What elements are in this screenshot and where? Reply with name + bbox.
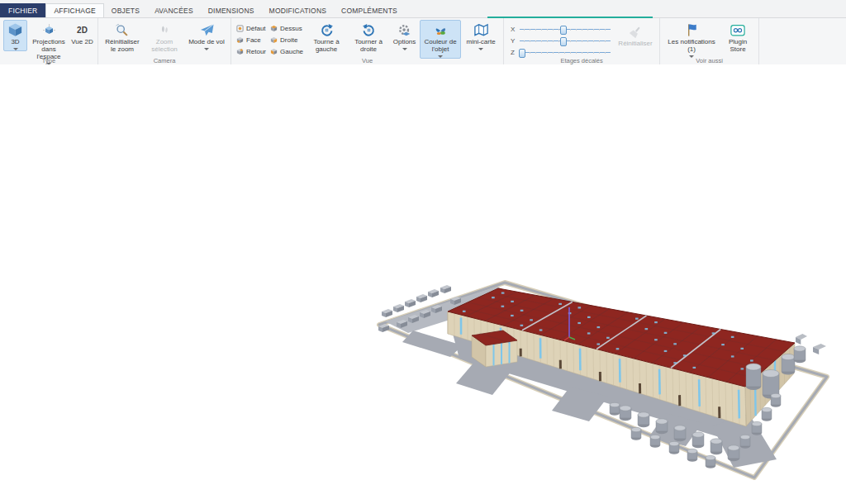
view-top-icon (270, 25, 278, 32)
gear-icon (397, 22, 412, 38)
group-label-camera: Camera (98, 57, 231, 64)
group-etages-decales: X Y Z (504, 18, 660, 64)
button-zoom-selection-label: Zoom sélection (145, 39, 184, 54)
magnifier-icon (115, 22, 130, 38)
warehouse-3d-model[interactable] (0, 64, 846, 504)
button-options-label: Options (393, 39, 416, 46)
button-reset-zoom[interactable]: Réinitialiser le zoom (102, 20, 143, 55)
slider-z-thumb[interactable] (519, 49, 525, 58)
button-view-front[interactable]: Face (235, 34, 268, 45)
object-color-icon (433, 22, 449, 38)
tab-modifications[interactable]: MODIFICATIONS (262, 3, 335, 17)
button-vue-2d-label: Vue 2D (71, 39, 93, 46)
slider-y-label: Y (511, 37, 516, 45)
dropdown-caret-icon (204, 48, 209, 50)
group-camera: Réinitialiser le zoom Zoom sélection Mod… (98, 18, 231, 64)
plugin-store-icon (730, 22, 746, 38)
button-rotate-right-label: Tourner à droite (349, 39, 388, 54)
button-view-top[interactable]: Dessus (269, 22, 305, 34)
button-view-right[interactable]: Droite (269, 34, 305, 45)
tab-complements[interactable]: COMPLÉMENTS (334, 3, 405, 17)
view-right-icon (270, 36, 278, 44)
tab-fichier[interactable]: FICHIER (0, 3, 45, 17)
model-viewport[interactable] (0, 64, 846, 504)
dropdown-caret-icon (402, 48, 407, 50)
tab-objets[interactable]: OBJETS (104, 3, 147, 17)
floor-offset-sliders: X Y Z (511, 20, 611, 57)
ribbon-tabs: FICHIER AFFICHAGE OBJETS AVANCÉES DIMENS… (0, 3, 405, 17)
map-icon (473, 22, 489, 38)
group-label-type: Type (0, 57, 97, 64)
button-minimap-label: mini-carte (466, 39, 495, 46)
ribbon-empty-area (759, 18, 846, 64)
button-reset-floors-label: Réinitialiser (618, 40, 652, 48)
button-view-back[interactable]: Retour (235, 45, 268, 57)
group-label-vue: Vue (231, 57, 503, 64)
button-view-left[interactable]: Gauche (269, 45, 305, 57)
slider-y[interactable] (520, 36, 611, 45)
button-reset-zoom-label: Réinitialiser le zoom (102, 39, 142, 54)
zoom-selection-icon (158, 22, 171, 38)
button-flight-mode[interactable]: Mode de vol (186, 20, 227, 51)
group-vue: Défaut Face Retour Dessus Droite Ga (231, 18, 504, 64)
slider-x[interactable] (520, 25, 611, 33)
dropdown-caret-icon (13, 48, 18, 50)
projection-cube-icon (43, 22, 55, 38)
group-label-etages: Etages décalés (504, 57, 659, 64)
button-reset-floors[interactable]: Réinitialiser (615, 21, 656, 49)
button-zoom-selection[interactable]: Zoom sélection (144, 20, 185, 55)
button-vue-2d[interactable]: 2D Vue 2D (70, 20, 94, 47)
rotate-left-icon (319, 22, 335, 38)
button-options[interactable]: Options (390, 20, 419, 51)
flag-icon (684, 22, 700, 38)
slider-z-label: Z (511, 49, 516, 56)
tab-avancees[interactable]: AVANCÉES (147, 3, 201, 17)
button-notifications-label: Les notifications (1) (664, 39, 719, 54)
slider-y-thumb[interactable] (560, 37, 567, 46)
button-rotate-left[interactable]: Tourne à gauche (306, 20, 347, 55)
button-view-default[interactable]: Défaut (235, 22, 268, 34)
button-3d-label: 3D (11, 39, 19, 46)
button-minimap[interactable]: mini-carte (462, 20, 500, 51)
slider-z[interactable] (520, 48, 611, 56)
button-plugin-store-label: Plugin Store (721, 39, 754, 54)
group-voir-aussi: Les notifications (1) Plugin Store Voir … (660, 18, 759, 64)
progress-accent-line (487, 17, 653, 18)
cube-3d-icon (7, 22, 23, 38)
tab-affichage[interactable]: AFFICHAGE (45, 3, 103, 17)
view-left-icon (270, 48, 278, 55)
slider-x-thumb[interactable] (560, 26, 567, 35)
button-object-color[interactable]: Couleur de l'objet (420, 20, 461, 59)
view-back-icon (236, 48, 244, 55)
group-type: 3D Projections dans l'espace 2D Vue 2D T… (0, 18, 98, 64)
button-notifications[interactable]: Les notifications (1) (663, 20, 720, 59)
slider-x-label: X (511, 26, 516, 33)
view-front-icon (236, 36, 244, 44)
button-plugin-store[interactable]: Plugin Store (720, 20, 755, 55)
airplane-icon (199, 22, 215, 38)
rotate-right-icon (361, 22, 377, 38)
broom-icon (628, 24, 643, 40)
button-rotate-left-label: Tourne à gauche (307, 39, 346, 54)
2d-text-icon: 2D (77, 26, 88, 35)
dropdown-caret-icon (478, 48, 483, 50)
view-default-icon (236, 25, 244, 32)
button-object-color-label: Couleur de l'objet (421, 39, 460, 54)
tab-dimensions[interactable]: DIMENSIONS (201, 3, 262, 17)
button-flight-mode-label: Mode de vol (188, 39, 225, 46)
button-3d[interactable]: 3D (3, 20, 27, 51)
ribbon: 3D Projections dans l'espace 2D Vue 2D T… (0, 17, 846, 65)
group-label-voir-aussi: Voir aussi (660, 57, 758, 64)
button-rotate-right[interactable]: Tourner à droite (348, 20, 389, 55)
